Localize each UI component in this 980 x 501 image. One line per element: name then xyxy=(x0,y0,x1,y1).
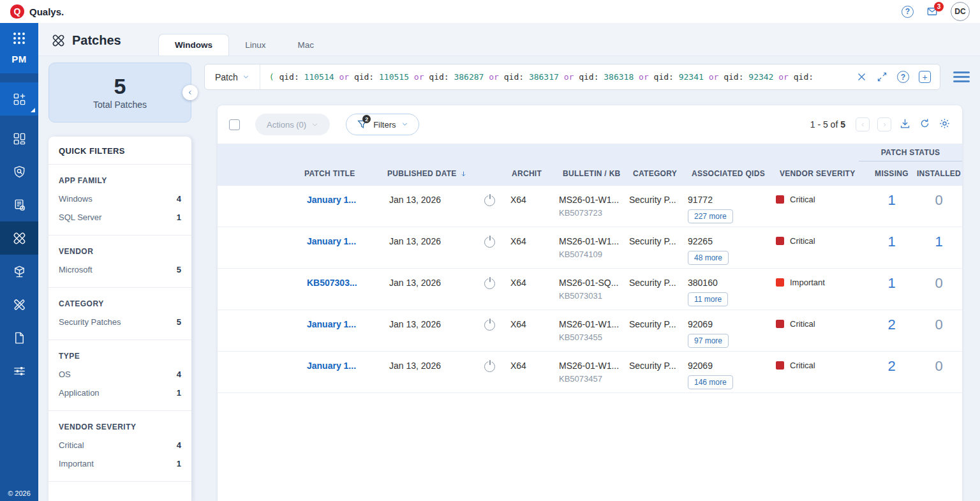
filter-item[interactable]: Security Patches5 xyxy=(59,313,181,331)
chevron-down-icon xyxy=(311,121,318,128)
vendor-severity: Critical xyxy=(776,186,868,204)
published-date: Jan 13, 2026 xyxy=(383,227,479,246)
filter-section-title: TYPE xyxy=(59,352,181,361)
sidebar-item-document[interactable] xyxy=(0,321,38,354)
filter-item[interactable]: Windows4 xyxy=(59,190,181,208)
column-header-installed[interactable]: INSTALLED xyxy=(916,161,962,186)
sidebar-item-dashboard[interactable] xyxy=(0,122,38,155)
os-tabs: Windows Linux Mac xyxy=(158,23,330,56)
filter-item[interactable]: OS4 xyxy=(59,365,181,384)
table-row[interactable]: January 1...Jan 13, 2026X64MS26-01-W1...… xyxy=(218,310,962,352)
qids-more-badge[interactable]: 11 more xyxy=(688,292,728,306)
column-header-category[interactable]: CATEGORY xyxy=(629,161,688,186)
qids-more-badge[interactable]: 146 more xyxy=(688,375,733,389)
filter-item-count: 5 xyxy=(177,317,181,327)
sidebar-item-patches[interactable] xyxy=(0,221,38,255)
hamburger-menu-icon[interactable] xyxy=(953,71,970,82)
sidebar-item-patch-tools[interactable] xyxy=(0,288,38,321)
page-title: Patches xyxy=(72,33,121,48)
column-header-associated-qids[interactable]: ASSOCIATED QIDS xyxy=(688,161,776,186)
next-page-button[interactable] xyxy=(877,117,891,131)
tab-linux[interactable]: Linux xyxy=(229,34,281,56)
clear-search-icon[interactable] xyxy=(856,71,867,82)
pagination-range: 1 - 5 of 5 xyxy=(810,119,845,130)
reboot-required-icon xyxy=(484,320,495,331)
sliders-icon xyxy=(12,364,27,378)
tab-windows[interactable]: Windows xyxy=(158,34,229,56)
qids-more-badge[interactable]: 48 more xyxy=(688,251,729,265)
table-row[interactable]: January 1...Jan 13, 2026X64MS26-01-W1...… xyxy=(218,186,962,227)
collapse-panel-button[interactable] xyxy=(182,85,198,100)
download-icon xyxy=(899,117,911,130)
missing-count: 1 xyxy=(868,269,916,292)
column-header-missing[interactable]: MISSING xyxy=(868,161,916,186)
filter-item[interactable]: Microsoft5 xyxy=(59,260,181,279)
actions-button[interactable]: Actions (0) xyxy=(255,114,330,135)
search-help-icon[interactable]: ? xyxy=(897,71,909,83)
patch-title-link[interactable]: January 1... xyxy=(301,195,356,205)
patch-title-link[interactable]: January 1... xyxy=(301,319,356,329)
filter-item-count: 1 xyxy=(177,213,181,222)
patch-title-link[interactable]: January 1... xyxy=(301,236,356,246)
page-header: Patches Windows Linux Mac xyxy=(38,23,980,56)
filter-item-label: SQL Server xyxy=(59,213,101,222)
help-icon[interactable]: ? xyxy=(902,6,914,18)
severity-swatch-icon xyxy=(776,237,784,245)
filter-item[interactable]: Application1 xyxy=(59,384,181,402)
sidebar-item-deploy-box[interactable] xyxy=(0,255,38,288)
download-button[interactable] xyxy=(899,117,911,132)
severity-swatch-icon xyxy=(776,278,784,287)
architecture: X64 xyxy=(508,227,559,246)
qids-more-badge[interactable]: 97 more xyxy=(688,334,729,348)
left-panel: 5 Total Patches QUICK FILTERS APP FAMILY… xyxy=(48,63,191,501)
published-date: Jan 13, 2026 xyxy=(383,352,479,371)
qualys-logo-icon: Q xyxy=(10,4,24,19)
column-header-archit[interactable]: ARCHIT xyxy=(508,161,559,186)
refresh-button[interactable] xyxy=(919,117,931,132)
column-header-blank xyxy=(479,161,508,186)
table-row[interactable]: January 1...Jan 13, 2026X64MS26-01-W1...… xyxy=(218,227,962,269)
apps-grid-icon[interactable] xyxy=(11,31,27,46)
patch-title-link[interactable]: KB507303... xyxy=(301,278,357,288)
qids-more-badge[interactable]: 227 more xyxy=(688,209,733,223)
table-row[interactable]: January 1...Jan 13, 2026X64MS26-01-W1...… xyxy=(218,352,962,393)
bulletin-kb: MS26-01-W1...KB5073457 xyxy=(559,352,629,384)
settings-button[interactable] xyxy=(939,117,951,132)
filter-item-count: 4 xyxy=(177,440,181,450)
filter-item[interactable]: Important1 xyxy=(59,454,181,473)
filter-section-title: VENDOR SEVERITY xyxy=(59,422,181,431)
refresh-icon xyxy=(919,117,931,130)
expand-icon[interactable] xyxy=(877,71,887,82)
sidebar-item-sliders[interactable] xyxy=(0,354,38,387)
filter-item[interactable]: SQL Server1 xyxy=(59,208,181,227)
notifications-button[interactable]: 3 xyxy=(925,6,939,17)
brand-name: Qualys. xyxy=(29,6,64,17)
prev-page-button[interactable] xyxy=(856,117,870,131)
query-input[interactable]: ( qid: 110514 or qid: 110515 or qid: 386… xyxy=(260,72,851,82)
select-all-checkbox[interactable] xyxy=(229,119,240,130)
row-select-space xyxy=(218,310,301,319)
column-header-published-date[interactable]: PUBLISHED DATE xyxy=(383,161,479,186)
user-avatar[interactable]: DC xyxy=(951,2,970,21)
sidebar-item-add-module[interactable] xyxy=(0,82,38,116)
add-tab-icon[interactable]: + xyxy=(919,71,931,83)
search-scope-dropdown[interactable]: Patch xyxy=(205,72,260,82)
table-row[interactable]: KB507303...Jan 13, 2026X64MS26-01-SQ...K… xyxy=(218,269,962,310)
column-header-bulletin-kb[interactable]: BULLETIN / KB xyxy=(559,161,629,186)
sidebar-item-policy-doc[interactable] xyxy=(0,188,38,221)
patch-title-link[interactable]: January 1... xyxy=(301,361,356,371)
architecture: X64 xyxy=(508,310,559,329)
top-bar: Q Qualys. ? 3 DC xyxy=(0,0,980,23)
total-patches-count: 5 xyxy=(114,75,126,98)
tab-mac[interactable]: Mac xyxy=(281,34,330,56)
filter-item[interactable]: Critical4 xyxy=(59,436,181,454)
filters-button[interactable]: 2 Filters xyxy=(346,114,419,135)
table-column-headers: PATCH TITLEPUBLISHED DATEARCHITBULLETIN … xyxy=(218,161,962,186)
chevron-down-icon xyxy=(401,121,408,128)
sidebar-item-shield-scan[interactable] xyxy=(0,155,38,188)
bulletin-kb: MS26-01-SQ...KB5073031 xyxy=(559,269,629,301)
column-header-vendor-severity[interactable]: VENDOR SEVERITY xyxy=(776,161,868,186)
bulletin-kb: MS26-01-W1...KB5073455 xyxy=(559,310,629,342)
column-header-patch-title[interactable]: PATCH TITLE xyxy=(301,161,383,186)
filter-item-count: 1 xyxy=(177,388,181,398)
